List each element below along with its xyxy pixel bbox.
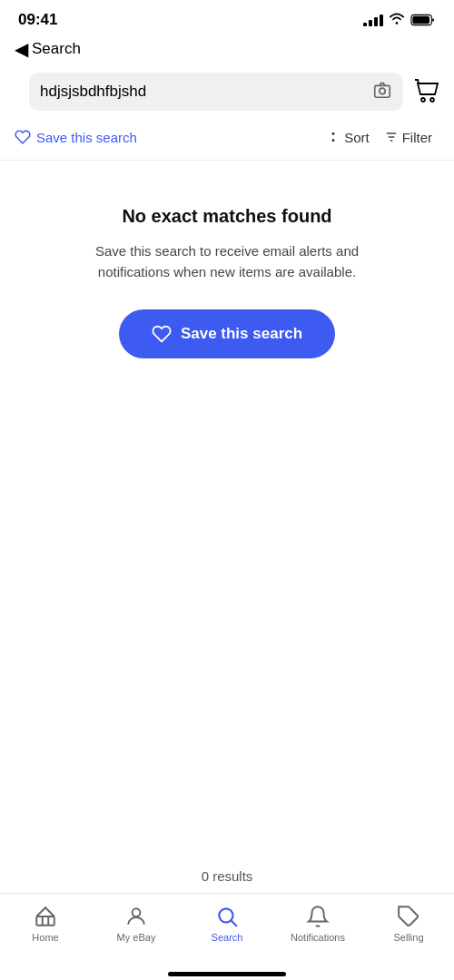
- nav-item-myebay[interactable]: My eBay: [91, 901, 182, 946]
- status-icons: [363, 12, 436, 28]
- nav-selling-label: Selling: [393, 932, 423, 943]
- search-bar-row: hdjsjsbdhfbjshd: [0, 67, 454, 120]
- toolbar: Save this search Sort Filter: [0, 120, 454, 161]
- nav-home-label: Home: [32, 932, 58, 943]
- back-arrow-icon: ◀: [15, 38, 28, 60]
- no-match-description: Save this search to receive email alerts…: [82, 241, 372, 282]
- home-indicator-bar: [168, 972, 286, 976]
- svg-line-12: [232, 921, 237, 926]
- nav-item-home[interactable]: Home: [0, 901, 91, 946]
- signal-icon: [363, 14, 383, 26]
- nav-item-selling[interactable]: Selling: [363, 901, 454, 946]
- svg-rect-1: [412, 16, 429, 24]
- save-search-main-label: Save this search: [181, 325, 302, 343]
- search-field[interactable]: hdjsjsbdhfbjshd: [29, 73, 403, 111]
- battery-icon: [410, 14, 436, 26]
- results-count: 0 results: [0, 858, 454, 893]
- nav-item-notifications[interactable]: Notifications: [272, 901, 363, 946]
- svg-point-4: [421, 98, 425, 102]
- cart-button[interactable]: [412, 76, 441, 108]
- wifi-icon: [389, 12, 405, 28]
- home-indicator: [0, 965, 454, 980]
- search-query-text: hdjsjsbdhfbjshd: [40, 83, 365, 101]
- filter-button[interactable]: Filter: [377, 126, 439, 149]
- back-label: Search: [32, 40, 81, 58]
- nav-notifications-label: Notifications: [291, 932, 345, 943]
- svg-rect-9: [36, 916, 54, 926]
- sort-button[interactable]: Sort: [319, 126, 377, 149]
- svg-point-3: [380, 88, 385, 93]
- save-search-toolbar-label: Save this search: [36, 130, 137, 145]
- back-navigation: ◀ Search: [0, 34, 454, 67]
- sort-label: Sort: [344, 130, 370, 145]
- save-search-main-button[interactable]: Save this search: [119, 309, 335, 358]
- back-button[interactable]: [13, 76, 20, 107]
- save-search-toolbar-button[interactable]: Save this search: [15, 125, 137, 149]
- status-time: 09:41: [18, 11, 57, 29]
- nav-item-search[interactable]: Search: [182, 901, 272, 946]
- status-bar: 09:41: [0, 0, 454, 34]
- main-content: No exact matches found Save this search …: [0, 161, 454, 858]
- svg-point-5: [430, 98, 434, 102]
- camera-icon[interactable]: [372, 80, 392, 103]
- nav-search-label: Search: [212, 932, 243, 943]
- bottom-navigation: Home My eBay Search Notifications Sellin…: [0, 893, 454, 965]
- svg-point-10: [133, 908, 141, 916]
- filter-label: Filter: [402, 130, 432, 145]
- nav-myebay-label: My eBay: [117, 932, 156, 943]
- no-match-title: No exact matches found: [122, 206, 331, 227]
- svg-point-11: [219, 908, 232, 922]
